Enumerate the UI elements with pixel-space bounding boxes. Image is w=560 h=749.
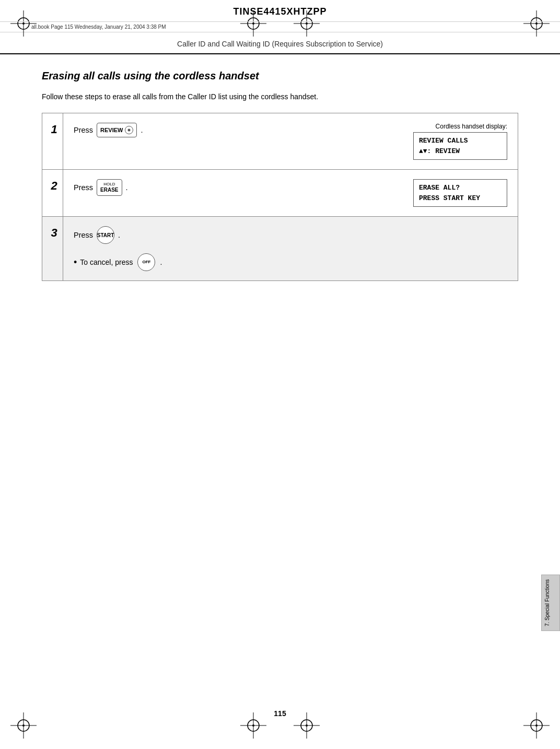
main-content: Erasing all calls using the cordless han… xyxy=(0,54,560,302)
display-label-1: Cordless handset display: xyxy=(436,123,507,130)
section-header: Caller ID and Call Waiting ID (Requires … xyxy=(0,32,560,54)
step-2-instruction: Press HOLD ERASE . xyxy=(74,179,392,196)
step-row-3: 3 Press START . • To cancel, press OFF . xyxy=(42,216,518,280)
steps-table: 1 Press REVIEW . xyxy=(42,113,518,281)
step-3-instruction: Press START . xyxy=(74,226,507,244)
book-info: all.book Page 115 Wednesday, January 21,… xyxy=(0,22,560,32)
svg-point-27 xyxy=(252,22,254,25)
svg-point-23 xyxy=(306,724,308,727)
step-content-2: Press HOLD ERASE . ERASE ALL? PRESS STAR… xyxy=(63,170,518,216)
svg-point-11 xyxy=(22,724,25,727)
step-content-3: Press START . • To cancel, press OFF . xyxy=(63,217,518,280)
display-line1-2: ERASE ALL? xyxy=(419,183,501,193)
svg-point-3 xyxy=(22,22,25,25)
display-box-2: ERASE ALL? PRESS START KEY xyxy=(413,179,507,207)
review-key-button: REVIEW xyxy=(97,123,137,137)
bullet-dot: • xyxy=(74,258,77,267)
start-key-button: START xyxy=(97,226,114,244)
intro-text: Follow these steps to erase all calls fr… xyxy=(42,91,518,102)
svg-point-31 xyxy=(306,22,308,25)
cancel-text: To cancel, press xyxy=(80,258,133,266)
side-tab: 7. Special Functions xyxy=(541,575,560,631)
off-key-button: OFF xyxy=(137,253,155,271)
step-1-display-area: Cordless handset display: REVIEW CALLS ▲… xyxy=(403,123,507,160)
cancel-suffix: . xyxy=(160,258,162,266)
step-number-1: 1 xyxy=(42,113,63,169)
review-icon xyxy=(125,126,133,134)
step-number-3: 3 xyxy=(42,217,63,280)
svg-point-15 xyxy=(535,724,538,727)
step-number-2: 2 xyxy=(42,170,63,216)
page-header: TINSE4415XHTZPP xyxy=(0,0,560,22)
step-2-display-area: ERASE ALL? PRESS START KEY xyxy=(403,179,507,207)
step-3-bullet: • To cancel, press OFF . xyxy=(74,253,507,271)
display-line1-1: REVIEW CALLS xyxy=(419,136,501,146)
page-number: 115 xyxy=(274,709,286,718)
display-line2-1: ▲▼: REVIEW xyxy=(419,146,501,157)
step-row-1: 1 Press REVIEW . xyxy=(42,113,518,169)
page-footer: 115 xyxy=(0,709,560,718)
document-title: TINSE4415XHTZPP xyxy=(233,6,326,17)
svg-point-19 xyxy=(252,724,254,727)
step-row-2: 2 Press HOLD ERASE . xyxy=(42,169,518,216)
section-title: Erasing all calls using the cordless han… xyxy=(42,70,518,82)
hold-erase-key-button: HOLD ERASE xyxy=(97,179,122,196)
display-line2-2: PRESS START KEY xyxy=(419,193,501,204)
svg-point-7 xyxy=(535,22,538,25)
step-content-1: Press REVIEW . Cordless handset display:… xyxy=(63,113,518,169)
display-box-1: REVIEW CALLS ▲▼: REVIEW xyxy=(413,132,507,160)
step-1-instruction: Press REVIEW . xyxy=(74,123,392,137)
